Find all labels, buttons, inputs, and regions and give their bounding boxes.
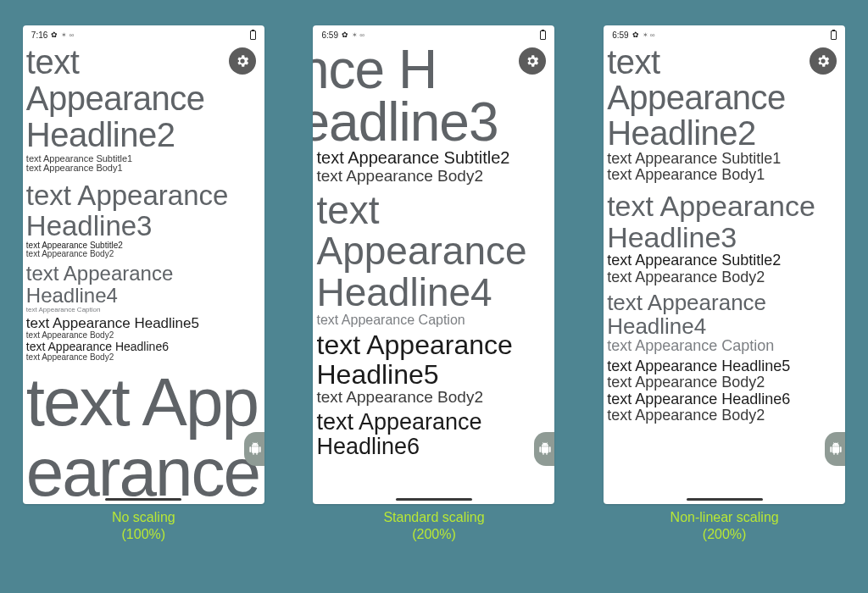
battery-icon [831, 30, 837, 40]
status-gear-icon: ✿ [342, 30, 348, 39]
status-time: 6:59 [612, 30, 628, 40]
status-time: 6:59 [321, 30, 337, 40]
status-misc: ✶ ∞ [643, 31, 655, 39]
caption-line1: No scaling [23, 509, 264, 526]
gesture-nav-hint [396, 498, 472, 501]
text-headline5: text Appearance Headline5 [607, 358, 845, 374]
gesture-nav-hint [687, 498, 763, 501]
battery-icon [250, 30, 256, 40]
text-headline4: text Appearance Headline4 [316, 190, 554, 313]
text-headline5: text Appearance Headline5 [26, 316, 264, 331]
status-bar: 6:59 ✿ ✶ ∞ [604, 25, 845, 44]
text-headline3: text Appearance Headline3 [26, 180, 264, 241]
caption-line2: (100%) [23, 526, 264, 543]
caption-line2: (200%) [313, 526, 554, 543]
android-peek-tab[interactable] [244, 432, 264, 466]
phone-content: text Appearance Headline2 text Appearanc… [23, 44, 264, 504]
text-body2: text Appearance Body2 [26, 353, 264, 363]
text-body2: text Appearance Body2 [26, 250, 264, 259]
text-headline6: text Appearance Headline6 [26, 341, 264, 353]
phone-content: arance H eadline3 text Appearance Subtit… [313, 44, 554, 504]
caption-no-scaling: No scaling (100%) [23, 509, 264, 543]
text-headline5: text Appearance Headline5 [316, 330, 554, 389]
text-body2: text Appearance Body2 [316, 389, 554, 407]
text-headline3: text Appearance Headline3 [607, 191, 845, 252]
text-oversized-2: earance [26, 441, 264, 504]
text-caption: text Appearance Caption [316, 313, 554, 327]
phone-standard-scaling: 6:59 ✿ ✶ ∞ arance H eadline3 text Appear… [313, 25, 554, 504]
text-caption: text Appearance Caption [607, 338, 845, 354]
android-peek-tab[interactable] [825, 432, 845, 466]
text-body2: text Appearance Body2 [316, 168, 554, 186]
text-caption: text Appearance Caption [26, 307, 264, 314]
gesture-nav-hint [105, 498, 181, 501]
text-subtitle2: text Appearance Subtitle2 [316, 149, 554, 168]
status-bar: 7:16 ✿ ✶ ∞ [23, 25, 264, 44]
settings-fab[interactable] [229, 47, 256, 75]
status-time: 7:16 [31, 30, 47, 40]
text-subtitle1: text Appearance Subtitle1 [607, 151, 845, 167]
text-body2: text Appearance Body2 [607, 374, 845, 391]
text-headline4: text Appearance Headline4 [26, 263, 264, 307]
text-headline3-cut-b: eadline3 [313, 95, 554, 149]
android-icon [829, 442, 843, 456]
status-bar: 6:59 ✿ ✶ ∞ [313, 25, 554, 44]
phone-no-scaling: 7:16 ✿ ✶ ∞ text Appearance Headline2 tex… [23, 25, 264, 504]
text-body2: text Appearance Body2 [607, 269, 845, 285]
gear-icon [815, 53, 831, 69]
text-oversized-1: text App [26, 371, 264, 434]
status-gear-icon: ✿ [632, 30, 639, 39]
settings-fab[interactable] [810, 47, 837, 75]
status-misc: ✶ ∞ [352, 31, 364, 39]
battery-icon [540, 30, 546, 40]
status-gear-icon: ✿ [51, 30, 58, 39]
text-headline6: text Appearance Headline6 [316, 410, 554, 459]
android-peek-tab[interactable] [534, 432, 554, 466]
gear-icon [235, 53, 250, 69]
status-misc: ✶ ∞ [61, 31, 74, 39]
android-icon [538, 442, 552, 456]
caption-standard-scaling: Standard scaling (200%) [313, 509, 554, 543]
caption-line1: Non-linear scaling [604, 509, 845, 526]
caption-line2: (200%) [604, 526, 845, 543]
text-headline4: text Appearance Headline4 [607, 291, 845, 338]
phone-nonlinear-scaling: 6:59 ✿ ✶ ∞ text Appearance Headline2 tex… [604, 25, 845, 504]
text-body2: text Appearance Body2 [607, 407, 845, 424]
gear-icon [525, 53, 540, 69]
caption-nonlinear-scaling: Non-linear scaling (200%) [604, 509, 845, 543]
text-body1: text Appearance Body1 [26, 163, 264, 174]
text-subtitle2: text Appearance Subtitle2 [607, 252, 845, 269]
text-body1: text Appearance Body1 [607, 167, 845, 183]
caption-line1: Standard scaling [313, 509, 554, 526]
text-headline6: text Appearance Headline6 [607, 391, 845, 407]
text-headline3-cut-a: arance H [313, 44, 554, 97]
phone-content: text Appearance Headline2 text Appearanc… [604, 44, 845, 504]
android-icon [248, 442, 262, 456]
